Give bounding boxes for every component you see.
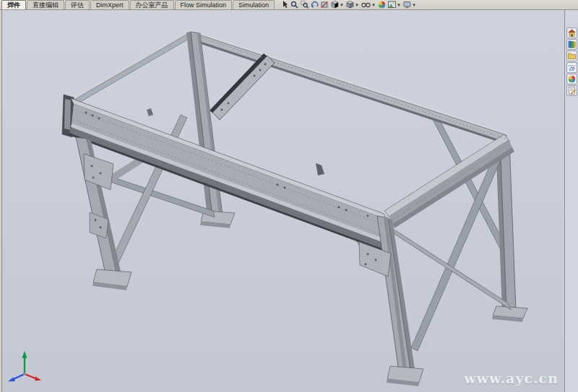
bolt-hole	[100, 173, 102, 175]
bolt-hole	[284, 187, 286, 189]
task-pane	[564, 10, 578, 392]
bolt-hole	[92, 115, 94, 117]
member-left-rail-web	[73, 32, 190, 106]
apply-scene-icon[interactable]: ▼	[388, 1, 401, 9]
bolt-hole	[254, 75, 256, 77]
bolt-hole	[221, 109, 223, 111]
bolt-hole	[338, 206, 340, 209]
member-bracket-dark-edge	[210, 53, 267, 113]
member-front-rail-lower	[69, 127, 384, 248]
display-style-icon[interactable]: ▼	[346, 1, 359, 9]
file-explorer-icon[interactable]	[566, 51, 577, 61]
view-settings-icon[interactable]: ▼	[403, 1, 416, 9]
solidworks-window: 焊件直接编辑评估DimXpert办公室产品Flow SimulationSimu…	[0, 0, 578, 392]
bolt-hole	[259, 69, 262, 71]
watermark: www.ayc.cn	[464, 370, 558, 386]
bolt-hole	[365, 263, 367, 266]
z-axis-arrow	[35, 377, 42, 381]
resources-home-icon[interactable]	[566, 27, 577, 38]
bolt-hole	[375, 259, 377, 261]
section-view-icon[interactable]	[321, 1, 329, 9]
member-weld-tab-left	[147, 108, 153, 116]
previous-view-icon[interactable]	[311, 1, 319, 9]
bolt-hole	[277, 184, 279, 186]
tab-direct-editing[interactable]: 直接编辑	[27, 0, 64, 9]
member-front-rail-end-inner	[64, 99, 71, 130]
member-weld-tab-right	[316, 163, 324, 175]
view-orientation-icon[interactable]: ▼	[331, 1, 344, 9]
hide-show-items-icon[interactable]: ▼	[361, 1, 376, 9]
bolt-hole	[92, 177, 95, 179]
tab-office-products[interactable]: 办公室产品	[130, 0, 174, 9]
tab-dimxpert[interactable]: DimXpert	[90, 0, 129, 9]
view-palette-icon[interactable]	[566, 62, 577, 73]
tab-simulation[interactable]: Simulation	[233, 0, 275, 9]
graphics-viewport[interactable]: www.ayc.cn	[1, 10, 564, 392]
bolt-hole	[85, 112, 87, 114]
weldment-model-canvas[interactable]	[2, 10, 564, 392]
bolt-hole	[98, 118, 100, 120]
member-left-rail-top-edge	[73, 29, 190, 100]
zoom-fit-icon[interactable]	[290, 1, 298, 9]
x-axis-arrow	[8, 378, 15, 382]
y-axis-arrow	[22, 351, 27, 358]
design-library-icon[interactable]	[566, 39, 577, 50]
member-right-face-brace-2	[391, 227, 511, 310]
custom-properties-icon[interactable]	[566, 85, 577, 96]
bolt-hole	[264, 64, 267, 66]
bolt-hole	[95, 219, 97, 222]
command-tabs: 焊件直接编辑评估DimXpert办公室产品Flow SimulationSimu…	[0, 0, 275, 9]
bolt-hole	[91, 165, 93, 167]
command-manager: 焊件直接编辑评估DimXpert办公室产品Flow SimulationSimu…	[0, 0, 578, 10]
orientation-triad	[7, 347, 43, 382]
tab-evaluate[interactable]: 评估	[65, 0, 90, 9]
bolt-hole	[367, 215, 369, 217]
heads-up-toolbar: ▼ ▼ ▼ ▼ ▼	[275, 0, 416, 9]
bolt-hole	[100, 227, 102, 229]
bolt-hole	[367, 253, 369, 256]
tab-flow-simulation[interactable]: Flow Simulation	[175, 0, 233, 9]
member-front-rail-bottom	[69, 133, 382, 251]
zoom-area-icon[interactable]	[301, 1, 309, 9]
appearances-scenes-icon[interactable]	[566, 74, 577, 84]
select-pointer-icon[interactable]	[281, 1, 288, 9]
tab-weldments[interactable]: 焊件	[1, 0, 26, 9]
member-front-rail-top-face	[71, 98, 387, 219]
bolt-hole	[345, 209, 348, 212]
edit-appearance-icon[interactable]	[378, 1, 386, 9]
bolt-hole	[228, 103, 230, 105]
